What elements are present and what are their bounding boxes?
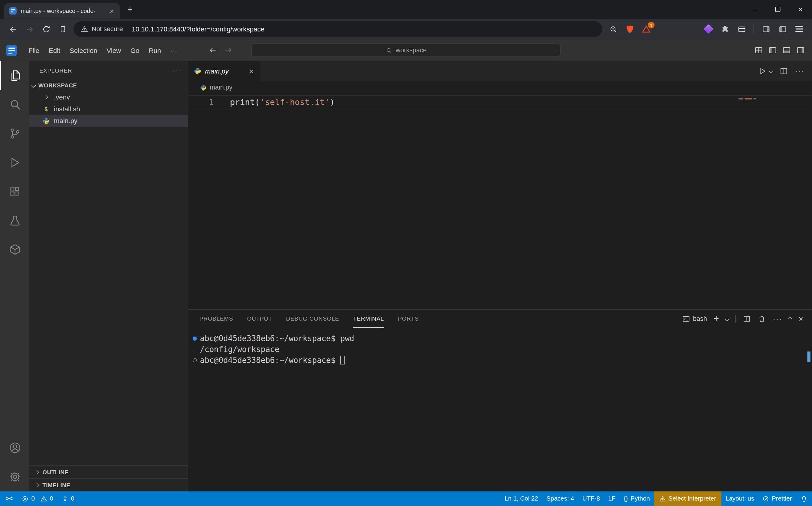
zoom-icon[interactable] [605, 21, 621, 36]
brave-rewards-icon[interactable]: 1 [639, 21, 654, 36]
browser-menu-icon[interactable] [791, 21, 807, 36]
terminal-shell-item[interactable]: bash [682, 315, 707, 323]
editor-back-icon[interactable] [209, 46, 217, 54]
menu-edit[interactable]: Edit [44, 43, 65, 57]
extensions-puzzle-icon[interactable] [717, 21, 733, 36]
panel-tab-debug-console[interactable]: DEBUG CONSOLE [286, 310, 339, 327]
kill-terminal-icon[interactable] [758, 315, 766, 323]
activitybar-containers-icon[interactable] [0, 235, 29, 264]
accounts-icon[interactable] [0, 433, 29, 462]
terminal-scrollbar[interactable] [807, 351, 810, 362]
explorer-more-icon[interactable]: ··· [172, 66, 181, 74]
window-close-button[interactable]: × [797, 5, 805, 13]
eol-item[interactable]: LF [604, 491, 620, 506]
indentation-item[interactable]: Spaces: 4 [542, 491, 578, 506]
select-interpreter-item[interactable]: Select Interpreter [654, 491, 722, 506]
browser-tab[interactable]: main.py - workspace - code- × [4, 3, 120, 18]
command-center[interactable]: workspace [251, 44, 561, 57]
menu-view[interactable]: View [102, 43, 126, 57]
panel-more-icon[interactable]: ··· [773, 314, 782, 323]
brave-shield-icon[interactable] [622, 21, 637, 36]
terminal-dropdown-icon[interactable] [725, 316, 729, 321]
split-terminal-icon[interactable] [743, 315, 751, 323]
current-command-decoration[interactable] [193, 358, 197, 362]
formatter-item[interactable]: Prettier [758, 491, 796, 506]
editor-tab-close-icon[interactable]: × [247, 67, 256, 76]
new-terminal-icon[interactable]: + [714, 314, 719, 323]
activitybar-testing-icon[interactable] [0, 206, 29, 235]
tree-item-main-py[interactable]: main.py [29, 115, 188, 127]
rewards-badge: 1 [648, 22, 654, 28]
remote-indicator[interactable]: >< [0, 495, 18, 502]
code-token-string: 'self-host.it' [260, 97, 330, 107]
not-secure-warning-icon [81, 25, 88, 33]
customize-layout-icon[interactable] [754, 46, 763, 55]
run-python-file-button[interactable] [758, 67, 773, 76]
brave-wallet-gem-icon[interactable] [701, 21, 716, 36]
toggle-sidebar-icon[interactable] [768, 46, 777, 55]
activitybar-run-debug-icon[interactable] [0, 148, 29, 177]
editor-more-icon[interactable]: ··· [795, 67, 804, 76]
editor-tab-main-py[interactable]: main.py × [188, 61, 260, 81]
maximize-panel-icon[interactable] [788, 316, 793, 321]
new-tab-button[interactable]: + [123, 3, 137, 17]
window-minimize-button[interactable]: – [751, 5, 759, 13]
workspace-section-header[interactable]: WORKSPACE [29, 80, 188, 91]
warning-count: 0 [50, 495, 53, 502]
sidebar-toggle-icon[interactable] [775, 21, 790, 36]
menu-run[interactable]: Run [144, 43, 166, 57]
panel-tab-problems[interactable]: PROBLEMS [199, 310, 233, 327]
panel-tab-output[interactable]: OUTPUT [247, 310, 272, 327]
toggle-panel-icon[interactable] [782, 46, 792, 55]
timeline-section-header[interactable]: TIMELINE [29, 479, 188, 492]
terminal-line: abc@0d45de338eb6:~/workspace$ [188, 355, 812, 366]
url-text[interactable]: 10.10.1.170:8443/?folder=/config/workspa… [132, 25, 265, 33]
activitybar-search-icon[interactable] [0, 90, 29, 119]
menu-file[interactable]: File [24, 43, 44, 57]
tab-close-icon[interactable]: × [108, 7, 116, 15]
activitybar-extensions-icon[interactable] [0, 177, 29, 206]
minimap[interactable] [738, 98, 756, 99]
address-bar[interactable]: Not secure 10.10.1.170:8443/?folder=/con… [74, 21, 602, 36]
reading-mode-icon[interactable] [758, 21, 774, 36]
back-icon[interactable] [5, 21, 20, 36]
tree-item-install-sh[interactable]: $ install.sh [29, 103, 188, 115]
tree-item-venv[interactable]: .venv [29, 91, 188, 103]
code-editor[interactable]: 1 print('self-host.it') [188, 94, 812, 309]
brackets-icon: {} [624, 495, 628, 502]
menu-selection[interactable]: Selection [65, 43, 102, 57]
problems-status-item[interactable]: 0 0 [18, 491, 58, 506]
keyboard-layout-item[interactable]: Layout: us [721, 491, 758, 506]
panel-tab-ports[interactable]: PORTS [398, 310, 419, 327]
select-interpreter-label: Select Interpreter [669, 495, 716, 502]
wallet-card-icon[interactable] [734, 21, 749, 36]
notifications-bell-icon[interactable] [796, 491, 812, 506]
panel-tab-terminal[interactable]: TERMINAL [353, 310, 384, 327]
editor-forward-icon[interactable] [224, 46, 232, 54]
reload-icon[interactable] [38, 21, 54, 36]
search-icon [386, 47, 392, 54]
outline-section-header[interactable]: OUTLINE [29, 466, 188, 479]
close-panel-icon[interactable]: × [799, 314, 803, 323]
toggle-secondary-sidebar-icon[interactable] [796, 46, 805, 55]
encoding-item[interactable]: UTF-8 [578, 491, 604, 506]
terminal[interactable]: abc@0d45de338eb6:~/workspace$ pwd /confi… [188, 328, 812, 492]
activitybar-source-control-icon[interactable] [0, 119, 29, 148]
shell-file-icon: $ [42, 105, 50, 112]
cursor-position-item[interactable]: Ln 1, Col 22 [500, 491, 542, 506]
ports-status-item[interactable]: 0 [58, 491, 79, 506]
activitybar-explorer-icon[interactable] [0, 61, 29, 90]
vscode-titlebar: File Edit Selection View Go Run ··· work… [0, 39, 812, 61]
language-mode-item[interactable]: {} Python [620, 491, 654, 506]
window-maximize-button[interactable] [775, 7, 780, 12]
security-label[interactable]: Not secure [92, 25, 123, 33]
bookmark-icon[interactable] [55, 21, 70, 36]
settings-gear-icon[interactable] [0, 462, 29, 492]
split-editor-icon[interactable] [779, 67, 788, 76]
chevron-down-icon[interactable] [769, 69, 773, 74]
forward-icon[interactable] [22, 21, 37, 36]
breadcrumb-file[interactable]: main.py [210, 84, 232, 91]
command-success-decoration[interactable] [193, 337, 197, 341]
menu-go[interactable]: Go [126, 43, 144, 57]
menu-more-icon[interactable]: ··· [166, 43, 182, 57]
